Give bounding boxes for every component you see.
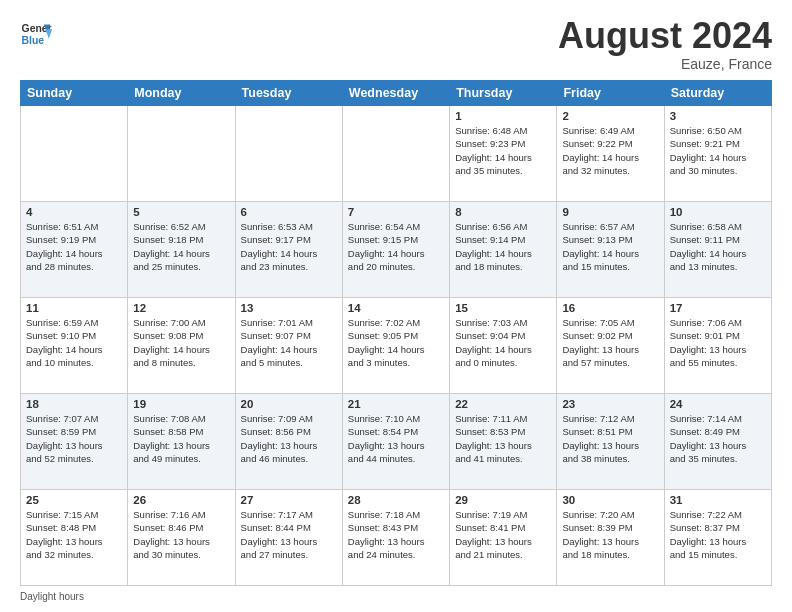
logo-icon: General Blue xyxy=(20,18,52,50)
calendar-cell: 7Sunrise: 6:54 AM Sunset: 9:15 PM Daylig… xyxy=(342,202,449,298)
calendar-week-1: 1Sunrise: 6:48 AM Sunset: 9:23 PM Daylig… xyxy=(21,106,772,202)
day-number: 6 xyxy=(241,206,337,218)
title-block: August 2024 Eauze, France xyxy=(558,18,772,72)
calendar-table: SundayMondayTuesdayWednesdayThursdayFrid… xyxy=(20,80,772,586)
day-info: Sunrise: 7:03 AM Sunset: 9:04 PM Dayligh… xyxy=(455,316,551,369)
calendar-cell: 1Sunrise: 6:48 AM Sunset: 9:23 PM Daylig… xyxy=(450,106,557,202)
calendar-cell xyxy=(128,106,235,202)
logo: General Blue xyxy=(20,18,52,50)
calendar-cell: 12Sunrise: 7:00 AM Sunset: 9:08 PM Dayli… xyxy=(128,298,235,394)
day-info: Sunrise: 6:48 AM Sunset: 9:23 PM Dayligh… xyxy=(455,124,551,177)
calendar-header-friday: Friday xyxy=(557,81,664,106)
day-number: 1 xyxy=(455,110,551,122)
day-info: Sunrise: 7:01 AM Sunset: 9:07 PM Dayligh… xyxy=(241,316,337,369)
day-info: Sunrise: 7:09 AM Sunset: 8:56 PM Dayligh… xyxy=(241,412,337,465)
day-info: Sunrise: 7:00 AM Sunset: 9:08 PM Dayligh… xyxy=(133,316,229,369)
day-number: 19 xyxy=(133,398,229,410)
calendar-header-row: SundayMondayTuesdayWednesdayThursdayFrid… xyxy=(21,81,772,106)
day-info: Sunrise: 6:49 AM Sunset: 9:22 PM Dayligh… xyxy=(562,124,658,177)
day-info: Sunrise: 7:10 AM Sunset: 8:54 PM Dayligh… xyxy=(348,412,444,465)
day-number: 26 xyxy=(133,494,229,506)
day-number: 24 xyxy=(670,398,766,410)
calendar-cell: 30Sunrise: 7:20 AM Sunset: 8:39 PM Dayli… xyxy=(557,490,664,586)
day-number: 12 xyxy=(133,302,229,314)
calendar-cell: 22Sunrise: 7:11 AM Sunset: 8:53 PM Dayli… xyxy=(450,394,557,490)
calendar-header-sunday: Sunday xyxy=(21,81,128,106)
calendar-week-4: 18Sunrise: 7:07 AM Sunset: 8:59 PM Dayli… xyxy=(21,394,772,490)
day-info: Sunrise: 7:15 AM Sunset: 8:48 PM Dayligh… xyxy=(26,508,122,561)
day-info: Sunrise: 7:14 AM Sunset: 8:49 PM Dayligh… xyxy=(670,412,766,465)
calendar-cell: 31Sunrise: 7:22 AM Sunset: 8:37 PM Dayli… xyxy=(664,490,771,586)
day-info: Sunrise: 7:07 AM Sunset: 8:59 PM Dayligh… xyxy=(26,412,122,465)
calendar-cell: 27Sunrise: 7:17 AM Sunset: 8:44 PM Dayli… xyxy=(235,490,342,586)
day-info: Sunrise: 7:02 AM Sunset: 9:05 PM Dayligh… xyxy=(348,316,444,369)
calendar-cell: 29Sunrise: 7:19 AM Sunset: 8:41 PM Dayli… xyxy=(450,490,557,586)
day-number: 17 xyxy=(670,302,766,314)
day-number: 20 xyxy=(241,398,337,410)
calendar-week-5: 25Sunrise: 7:15 AM Sunset: 8:48 PM Dayli… xyxy=(21,490,772,586)
calendar-cell: 18Sunrise: 7:07 AM Sunset: 8:59 PM Dayli… xyxy=(21,394,128,490)
day-info: Sunrise: 7:06 AM Sunset: 9:01 PM Dayligh… xyxy=(670,316,766,369)
calendar-cell: 6Sunrise: 6:53 AM Sunset: 9:17 PM Daylig… xyxy=(235,202,342,298)
calendar-header-thursday: Thursday xyxy=(450,81,557,106)
day-info: Sunrise: 6:57 AM Sunset: 9:13 PM Dayligh… xyxy=(562,220,658,273)
calendar-cell: 19Sunrise: 7:08 AM Sunset: 8:58 PM Dayli… xyxy=(128,394,235,490)
calendar-cell: 17Sunrise: 7:06 AM Sunset: 9:01 PM Dayli… xyxy=(664,298,771,394)
day-info: Sunrise: 7:17 AM Sunset: 8:44 PM Dayligh… xyxy=(241,508,337,561)
day-info: Sunrise: 6:50 AM Sunset: 9:21 PM Dayligh… xyxy=(670,124,766,177)
day-number: 28 xyxy=(348,494,444,506)
day-number: 13 xyxy=(241,302,337,314)
calendar-cell xyxy=(235,106,342,202)
day-number: 22 xyxy=(455,398,551,410)
svg-text:Blue: Blue xyxy=(22,35,45,46)
day-info: Sunrise: 7:16 AM Sunset: 8:46 PM Dayligh… xyxy=(133,508,229,561)
calendar-cell: 24Sunrise: 7:14 AM Sunset: 8:49 PM Dayli… xyxy=(664,394,771,490)
calendar-cell: 28Sunrise: 7:18 AM Sunset: 8:43 PM Dayli… xyxy=(342,490,449,586)
day-number: 14 xyxy=(348,302,444,314)
calendar-cell: 26Sunrise: 7:16 AM Sunset: 8:46 PM Dayli… xyxy=(128,490,235,586)
day-number: 4 xyxy=(26,206,122,218)
calendar-header-monday: Monday xyxy=(128,81,235,106)
calendar-week-2: 4Sunrise: 6:51 AM Sunset: 9:19 PM Daylig… xyxy=(21,202,772,298)
day-info: Sunrise: 7:20 AM Sunset: 8:39 PM Dayligh… xyxy=(562,508,658,561)
day-info: Sunrise: 7:11 AM Sunset: 8:53 PM Dayligh… xyxy=(455,412,551,465)
day-info: Sunrise: 7:19 AM Sunset: 8:41 PM Dayligh… xyxy=(455,508,551,561)
calendar-cell xyxy=(21,106,128,202)
day-number: 3 xyxy=(670,110,766,122)
calendar-cell: 23Sunrise: 7:12 AM Sunset: 8:51 PM Dayli… xyxy=(557,394,664,490)
calendar-week-3: 11Sunrise: 6:59 AM Sunset: 9:10 PM Dayli… xyxy=(21,298,772,394)
day-number: 2 xyxy=(562,110,658,122)
day-info: Sunrise: 6:52 AM Sunset: 9:18 PM Dayligh… xyxy=(133,220,229,273)
day-number: 30 xyxy=(562,494,658,506)
day-info: Sunrise: 6:59 AM Sunset: 9:10 PM Dayligh… xyxy=(26,316,122,369)
calendar-cell: 25Sunrise: 7:15 AM Sunset: 8:48 PM Dayli… xyxy=(21,490,128,586)
calendar-cell: 16Sunrise: 7:05 AM Sunset: 9:02 PM Dayli… xyxy=(557,298,664,394)
page-header: General Blue August 2024 Eauze, France xyxy=(20,18,772,72)
day-info: Sunrise: 7:18 AM Sunset: 8:43 PM Dayligh… xyxy=(348,508,444,561)
calendar-cell: 14Sunrise: 7:02 AM Sunset: 9:05 PM Dayli… xyxy=(342,298,449,394)
calendar-cell: 2Sunrise: 6:49 AM Sunset: 9:22 PM Daylig… xyxy=(557,106,664,202)
calendar-cell: 13Sunrise: 7:01 AM Sunset: 9:07 PM Dayli… xyxy=(235,298,342,394)
day-number: 23 xyxy=(562,398,658,410)
calendar-cell: 8Sunrise: 6:56 AM Sunset: 9:14 PM Daylig… xyxy=(450,202,557,298)
day-info: Sunrise: 6:58 AM Sunset: 9:11 PM Dayligh… xyxy=(670,220,766,273)
day-number: 16 xyxy=(562,302,658,314)
calendar-header-tuesday: Tuesday xyxy=(235,81,342,106)
day-number: 5 xyxy=(133,206,229,218)
calendar-cell xyxy=(342,106,449,202)
calendar-cell: 21Sunrise: 7:10 AM Sunset: 8:54 PM Dayli… xyxy=(342,394,449,490)
day-info: Sunrise: 7:08 AM Sunset: 8:58 PM Dayligh… xyxy=(133,412,229,465)
day-info: Sunrise: 7:05 AM Sunset: 9:02 PM Dayligh… xyxy=(562,316,658,369)
day-number: 18 xyxy=(26,398,122,410)
location-label: Eauze, France xyxy=(558,56,772,72)
day-number: 15 xyxy=(455,302,551,314)
calendar-cell: 15Sunrise: 7:03 AM Sunset: 9:04 PM Dayli… xyxy=(450,298,557,394)
day-number: 27 xyxy=(241,494,337,506)
day-number: 31 xyxy=(670,494,766,506)
daylight-label: Daylight hours xyxy=(20,591,84,602)
day-number: 29 xyxy=(455,494,551,506)
day-number: 25 xyxy=(26,494,122,506)
footer: Daylight hours xyxy=(20,591,772,602)
day-info: Sunrise: 6:54 AM Sunset: 9:15 PM Dayligh… xyxy=(348,220,444,273)
calendar-header-wednesday: Wednesday xyxy=(342,81,449,106)
